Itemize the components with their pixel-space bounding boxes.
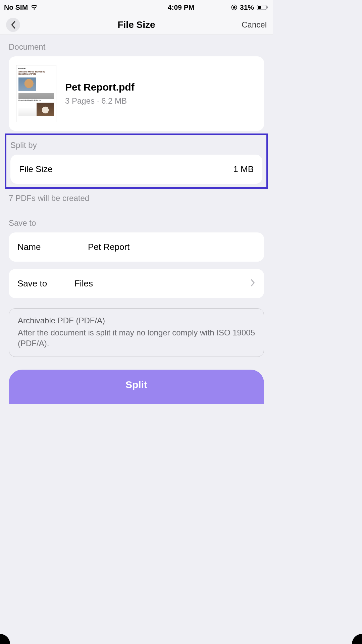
cancel-button[interactable]: Cancel [242,20,267,30]
document-name: Pet Report.pdf [65,82,135,93]
svg-rect-3 [267,6,268,8]
file-size-label: File Size [19,164,53,174]
file-size-value: 1 MB [233,164,254,174]
battery-icon [257,5,268,10]
name-row[interactable]: Name [9,232,264,262]
rotation-lock-icon [231,4,237,10]
carrier-label: No SIM [4,3,28,11]
back-button[interactable] [6,18,20,32]
document-details: 3 Pages · 6.2 MB [65,96,135,106]
page-title: File Size [0,19,273,30]
chevron-left-icon [10,21,16,29]
document-card[interactable]: ■ UPDF alth and Mood-Boosting Benefits o… [9,56,264,131]
document-section-label: Document [9,35,264,56]
document-thumbnail: ■ UPDF alth and Mood-Boosting Benefits o… [16,65,56,122]
chevron-right-icon [251,278,255,289]
wifi-icon [31,5,38,10]
battery-pct-label: 31% [240,3,254,11]
split-result-text: 7 PDFs will be created [9,189,264,203]
pdfa-info-title: Archivable PDF (PDF/A) [18,316,255,325]
save-destination-row[interactable]: Save to Files [9,269,264,298]
name-input[interactable] [88,242,255,252]
nav-bar: File Size Cancel [0,15,273,35]
pdfa-info-body: After the document is split it may no lo… [18,327,255,349]
save-to-value: Files [74,278,251,289]
file-size-selector[interactable]: File Size 1 MB [10,155,262,184]
split-by-section-label: Split by [10,137,262,155]
split-button[interactable]: Split [9,370,264,404]
save-to-section-label: Save to [9,203,264,232]
name-label: Name [17,242,74,252]
status-bar: No SIM 4:09 PM 31% [0,0,273,15]
pdfa-info-box: Archivable PDF (PDF/A) After the documen… [9,308,264,357]
split-by-highlight: Split by File Size 1 MB [5,133,268,189]
svg-rect-2 [258,6,261,9]
save-to-label: Save to [17,278,74,289]
